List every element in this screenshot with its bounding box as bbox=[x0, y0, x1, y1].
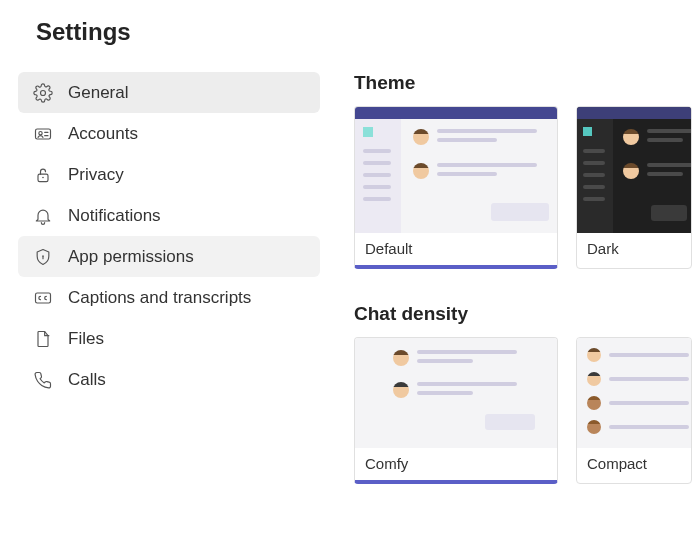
id-card-icon bbox=[32, 123, 54, 145]
theme-option-default[interactable]: Default bbox=[354, 106, 558, 269]
sidebar-item-general[interactable]: General bbox=[18, 72, 320, 113]
svg-rect-6 bbox=[36, 293, 51, 303]
sidebar-item-accounts[interactable]: Accounts bbox=[18, 113, 320, 154]
settings-sidebar: General Accounts Privacy Notifications A bbox=[0, 72, 320, 518]
chat-density-option-label: Comfy bbox=[355, 448, 557, 480]
sidebar-item-captions-transcripts[interactable]: Captions and transcripts bbox=[18, 277, 320, 318]
theme-option-label: Dark bbox=[577, 233, 691, 265]
comfy-preview bbox=[355, 338, 557, 448]
sidebar-item-app-permissions[interactable]: App permissions bbox=[18, 236, 320, 277]
svg-point-0 bbox=[41, 90, 46, 95]
sidebar-item-files[interactable]: Files bbox=[18, 318, 320, 359]
page-title: Settings bbox=[0, 18, 700, 72]
cc-icon bbox=[32, 287, 54, 309]
theme-default-preview bbox=[355, 107, 557, 233]
chat-density-options: Comfy Compact bbox=[354, 337, 700, 484]
sidebar-item-privacy[interactable]: Privacy bbox=[18, 154, 320, 195]
sidebar-item-label: Accounts bbox=[68, 124, 138, 144]
sidebar-item-calls[interactable]: Calls bbox=[18, 359, 320, 400]
shield-icon bbox=[32, 246, 54, 268]
theme-option-dark[interactable]: Dark bbox=[576, 106, 692, 269]
svg-point-4 bbox=[42, 176, 44, 178]
chat-density-option-label: Compact bbox=[577, 448, 691, 480]
compact-preview bbox=[577, 338, 691, 448]
bell-icon bbox=[32, 205, 54, 227]
sidebar-item-label: General bbox=[68, 83, 128, 103]
chat-density-option-compact[interactable]: Compact bbox=[576, 337, 692, 484]
theme-section-title: Theme bbox=[354, 72, 700, 94]
settings-main: Theme Default bbox=[320, 72, 700, 518]
theme-options: Default Dark bbox=[354, 106, 700, 269]
chat-density-section-title: Chat density bbox=[354, 303, 700, 325]
phone-icon bbox=[32, 369, 54, 391]
sidebar-item-label: Captions and transcripts bbox=[68, 288, 251, 308]
sidebar-item-label: Calls bbox=[68, 370, 106, 390]
gear-icon bbox=[32, 82, 54, 104]
theme-dark-preview bbox=[577, 107, 691, 233]
chat-density-option-comfy[interactable]: Comfy bbox=[354, 337, 558, 484]
sidebar-item-label: Files bbox=[68, 329, 104, 349]
svg-point-2 bbox=[39, 131, 42, 134]
sidebar-item-label: App permissions bbox=[68, 247, 194, 267]
lock-icon bbox=[32, 164, 54, 186]
file-icon bbox=[32, 328, 54, 350]
sidebar-item-notifications[interactable]: Notifications bbox=[18, 195, 320, 236]
theme-option-label: Default bbox=[355, 233, 557, 265]
sidebar-item-label: Privacy bbox=[68, 165, 124, 185]
sidebar-item-label: Notifications bbox=[68, 206, 161, 226]
